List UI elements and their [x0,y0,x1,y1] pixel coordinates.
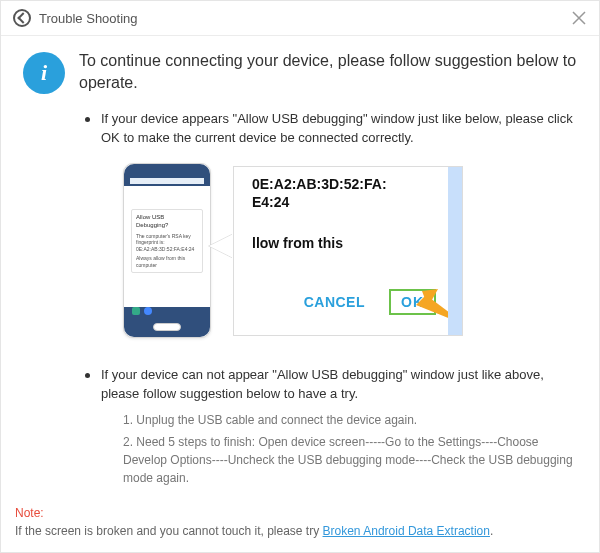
titlebar: Trouble Shooting [1,1,599,36]
hero-row: i To continue connecting your device, pl… [23,50,577,94]
close-button[interactable] [571,10,587,26]
broken-android-link[interactable]: Broken Android Data Extraction [323,524,490,538]
info-icon: i [23,52,65,94]
phone-dialog-fingerprint: 0E:A2:AB:3D:52:FA:E4:24 [136,246,198,253]
zoom-panel: 0E:A2:AB:3D:52:FA: E4:24 llow from this … [233,166,463,336]
note-text: If the screen is broken and you cannot t… [15,524,323,538]
info-glyph: i [41,60,47,86]
app-icon [13,9,31,27]
window-title: Trouble Shooting [39,11,138,26]
phone-dialog-check: Always allow from this computer [136,255,198,268]
phone-mockup: Allow USB Debugging? The computer's RSA … [123,163,211,338]
note-suffix: . [490,524,493,538]
zoom-fingerprint: 0E:A2:AB:3D:52:FA: E4:24 [252,175,387,211]
note-label: Note: [15,506,44,520]
step-item: 1. Unplug the USB cable and connect the … [123,411,577,429]
instruction-list: If your device appears "Allow USB debugg… [79,110,577,487]
zoom-allow-text: llow from this [252,235,343,251]
callout-pointer-icon [209,234,233,258]
list-item: If your device can not appear "Allow USB… [79,366,577,488]
step-list: 1. Unplug the USB cable and connect the … [123,411,577,487]
item-text: If your device can not appear "Allow USB… [101,366,577,404]
list-item: If your device appears "Allow USB debugg… [79,110,577,346]
illustration: Allow USB Debugging? The computer's RSA … [123,156,577,346]
troubleshoot-dialog: Trouble Shooting i To continue connectin… [0,0,600,553]
phone-dialog: Allow USB Debugging? The computer's RSA … [131,209,203,273]
footer-note: Note: If the screen is broken and you ca… [15,504,585,540]
item-text: If your device appears "Allow USB debugg… [101,110,577,148]
content-area: i To continue connecting your device, pl… [1,36,599,517]
step-item: 2. Need 5 steps to finish: Open device s… [123,433,577,487]
svg-marker-0 [416,295,463,325]
cancel-button[interactable]: CANCEL [304,294,365,310]
arrow-icon [416,289,463,325]
hero-text: To continue connecting your device, plea… [79,50,577,93]
phone-dialog-title: Allow USB Debugging? [136,214,198,230]
phone-dialog-body: The computer's RSA key fingerprint is: [136,233,198,246]
close-icon [571,10,587,26]
